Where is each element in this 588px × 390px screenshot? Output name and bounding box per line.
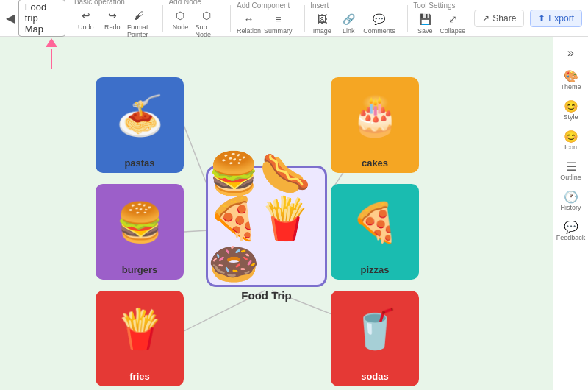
collapse-label: Collapse bbox=[440, 27, 465, 35]
theme-icon: 🎨 bbox=[564, 69, 578, 83]
image-button[interactable]: 🖼 Image bbox=[310, 11, 334, 35]
divider-3 bbox=[304, 5, 305, 32]
pizzas-label: pizzas bbox=[331, 261, 419, 280]
comments-button[interactable]: 💬 Comments bbox=[363, 11, 395, 35]
save-button[interactable]: 💾 Save bbox=[413, 11, 437, 35]
tool-settings-label: Tool Settings bbox=[413, 1, 455, 10]
save-icon: 💾 bbox=[417, 11, 433, 27]
sidebar-item-feedback[interactable]: 💬 Feedback bbox=[555, 217, 587, 244]
format-painter-button[interactable]: 🖌 Format Painter bbox=[127, 7, 151, 38]
history-label: History bbox=[560, 204, 581, 211]
sodas-label: sodas bbox=[331, 368, 419, 386]
main-area: 🍝 pastas 🎂 cakes 🍔 burgers 🍕 pizzas 🍟 fr… bbox=[0, 37, 588, 390]
center-node-label: Food Trip bbox=[241, 289, 291, 302]
link-icon: 🔗 bbox=[340, 11, 356, 27]
right-actions: ↗ Share ⬆ Export bbox=[474, 10, 582, 27]
toolbar: ◀ Food trip Map Basic operation ↩ Undo ↪… bbox=[0, 0, 588, 37]
undo-icon: ↩ bbox=[78, 7, 94, 24]
basic-operation-group: Basic operation ↩ Undo ↪ Redo 🖌 Format P… bbox=[74, 0, 151, 38]
pastas-icon: 🍝 bbox=[96, 77, 184, 155]
export-icon: ⬆ bbox=[538, 13, 545, 24]
sidebar-item-outline[interactable]: ☰ Outline bbox=[555, 157, 587, 184]
undo-button[interactable]: ↩ Undo bbox=[74, 7, 98, 38]
node-icon: ⬡ bbox=[172, 7, 188, 24]
share-label: Share bbox=[492, 13, 516, 24]
divider-4 bbox=[407, 5, 408, 32]
sub-node-icon: ⬡ bbox=[198, 7, 215, 24]
collapse-icon: ⤢ bbox=[445, 11, 461, 27]
insert-label: Insert bbox=[310, 1, 329, 10]
redo-label: Redo bbox=[104, 24, 121, 31]
history-icon: 🕐 bbox=[564, 190, 578, 204]
relation-icon: ↔ bbox=[241, 11, 257, 27]
node-cakes[interactable]: 🎂 cakes bbox=[331, 77, 419, 173]
sodas-icon: 🥤 bbox=[331, 291, 419, 368]
comments-icon: 💬 bbox=[371, 11, 387, 27]
redo-icon: ↪ bbox=[104, 7, 121, 24]
relation-button[interactable]: ↔ Relation bbox=[237, 11, 261, 35]
link-label: Link bbox=[343, 27, 355, 35]
node-pizzas[interactable]: 🍕 pizzas bbox=[331, 184, 419, 280]
collapse-button[interactable]: ⤢ Collapse bbox=[440, 11, 465, 35]
summary-icon: ≡ bbox=[270, 11, 286, 27]
feedback-label: Feedback bbox=[556, 234, 586, 241]
share-icon: ↗ bbox=[482, 13, 490, 24]
basic-operation-label: Basic operation bbox=[74, 0, 125, 6]
pink-arrow-annotation bbox=[46, 38, 57, 69]
sub-node-button[interactable]: ⬡ Sub Node bbox=[195, 7, 218, 38]
node-button[interactable]: ⬡ Node bbox=[168, 7, 192, 38]
relation-label: Relation bbox=[237, 27, 261, 35]
format-painter-label: Format Painter bbox=[127, 24, 151, 38]
summary-button[interactable]: ≡ Summary bbox=[264, 11, 293, 35]
export-label: Export bbox=[548, 13, 574, 24]
sidebar-toggle-button[interactable]: » bbox=[561, 43, 581, 63]
outline-label: Outline bbox=[560, 174, 581, 181]
share-button[interactable]: ↗ Share bbox=[474, 10, 524, 27]
pastas-label: pastas bbox=[96, 155, 184, 173]
node-fries[interactable]: 🍟 fries bbox=[96, 291, 184, 386]
document-title[interactable]: Food trip Map bbox=[18, 0, 65, 37]
node-sodas[interactable]: 🥤 sodas bbox=[331, 291, 419, 386]
tool-settings-group: Tool Settings 💾 Save ⤢ Collapse bbox=[413, 1, 465, 35]
style-icon: 😊 bbox=[564, 99, 578, 113]
divider-1 bbox=[162, 5, 163, 32]
icon-icon: 😊 bbox=[564, 130, 578, 143]
cakes-label: cakes bbox=[331, 155, 419, 173]
node-label: Node bbox=[173, 24, 189, 31]
add-node-group: Add Node ⬡ Node ⬡ Sub Node bbox=[168, 0, 218, 38]
burgers-label: burgers bbox=[96, 261, 184, 280]
add-component-group: Add Component ↔ Relation ≡ Summary bbox=[237, 1, 293, 35]
center-node-icon: 🍔🌭🍕🍟🍩 bbox=[208, 151, 325, 287]
add-component-label: Add Component bbox=[237, 1, 290, 10]
feedback-icon: 💬 bbox=[564, 220, 578, 234]
fries-label: fries bbox=[96, 368, 184, 386]
burgers-icon: 🍔 bbox=[96, 184, 184, 261]
sub-node-label: Sub Node bbox=[195, 24, 218, 38]
add-node-label: Add Node bbox=[168, 0, 201, 6]
style-label: Style bbox=[563, 113, 578, 121]
redo-button[interactable]: ↪ Redo bbox=[101, 7, 124, 38]
link-button[interactable]: 🔗 Link bbox=[337, 11, 360, 35]
node-burgers[interactable]: 🍔 burgers bbox=[96, 184, 184, 280]
canvas[interactable]: 🍝 pastas 🎂 cakes 🍔 burgers 🍕 pizzas 🍟 fr… bbox=[0, 37, 553, 390]
sidebar-item-theme[interactable]: 🎨 Theme bbox=[555, 66, 587, 93]
cakes-icon: 🎂 bbox=[331, 77, 419, 155]
theme-label: Theme bbox=[560, 83, 581, 91]
sidebar-item-style[interactable]: 😊 Style bbox=[555, 96, 587, 124]
icon-label: Icon bbox=[564, 143, 577, 151]
image-label: Image bbox=[313, 27, 331, 35]
image-icon: 🖼 bbox=[314, 11, 330, 27]
sidebar-item-icon[interactable]: 😊 Icon bbox=[555, 127, 587, 154]
outline-icon: ☰ bbox=[566, 160, 576, 174]
sidebar-item-history[interactable]: 🕐 History bbox=[555, 187, 587, 214]
comments-label: Comments bbox=[363, 27, 395, 35]
export-button[interactable]: ⬆ Export bbox=[530, 10, 582, 27]
center-node[interactable]: 🍔🌭🍕🍟🍩 Food Trip bbox=[206, 166, 327, 287]
right-sidebar: » 🎨 Theme 😊 Style 😊 Icon ☰ Outline 🕐 His… bbox=[553, 37, 588, 390]
node-pastas[interactable]: 🍝 pastas bbox=[96, 77, 184, 173]
divider-2 bbox=[230, 5, 231, 32]
back-button[interactable]: ◀ bbox=[6, 10, 15, 26]
summary-label: Summary bbox=[264, 27, 293, 35]
insert-group: Insert 🖼 Image 🔗 Link 💬 Comments bbox=[310, 1, 395, 35]
undo-label: Undo bbox=[78, 24, 94, 31]
